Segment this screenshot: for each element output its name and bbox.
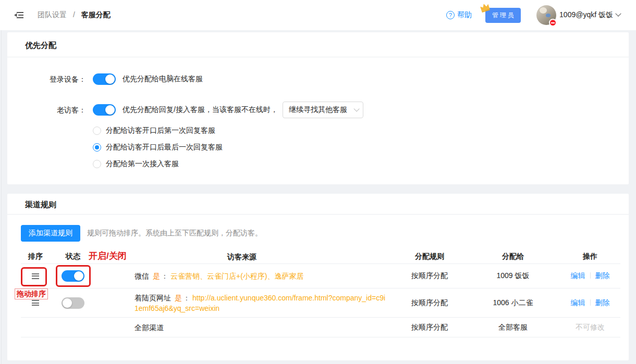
drag-handle-icon[interactable]	[32, 273, 39, 279]
table-row-wechat-rule: 微信是：云雀营销、云雀门店+(小程序)、逸萨家居 按顺序分配 1009 饭饭 编…	[21, 264, 620, 288]
fallback-strategy-value: 继续寻找其他客服	[289, 105, 347, 115]
radio-label: 分配给访客开口后最后一次回复客服	[106, 143, 223, 152]
channel-toolbar: 添加渠道规则 规则可拖动排序。系统由上至下匹配规则，分配访客。	[21, 225, 629, 242]
rule-channel: 着陆页网址	[134, 294, 171, 302]
login-device-description: 优先分配给电脑在线客服	[123, 74, 203, 84]
help-button[interactable]: ? 帮助	[446, 10, 472, 20]
channel-rules-section: 渠道规则 添加渠道规则 规则可拖动排序。系统由上至下匹配规则，分配访客。 排序 …	[7, 194, 629, 360]
channel-rules-table: 排序 状态 访客来源 分配规则 分配给 操作 微信是：云雀营销、云雀门店+(小程…	[21, 250, 620, 337]
header-sort: 排序	[21, 252, 50, 261]
breadcrumb-separator: /	[73, 10, 75, 19]
breadcrumb: 团队设置 / 客服分配	[38, 10, 111, 20]
busy-status-icon	[549, 19, 557, 27]
rule-assignment-mode: 按顺序分配	[393, 323, 466, 332]
topbar: 团队设置 / 客服分配 ? 帮助 管理员 1009@yqkf 饭饭	[0, 0, 636, 30]
admin-badge-label: 管理员	[492, 11, 516, 19]
returning-visitor-toggle[interactable]	[93, 104, 116, 116]
action-divider	[590, 272, 591, 279]
topbar-left: 团队设置 / 客服分配	[14, 10, 111, 20]
add-channel-rule-button[interactable]: 添加渠道规则	[21, 225, 80, 242]
radio-first-reply-agent[interactable]: 分配给访客开口后第一次回复客服	[93, 125, 629, 136]
rule-channel: 全部渠道	[96, 322, 393, 333]
rule-assignment-mode: 按顺序分配	[393, 298, 466, 308]
rule-source-values: 云雀营销、云雀门店+(小程序)、逸萨家居	[170, 272, 304, 280]
returning-visitor-label: 老访客：	[7, 102, 86, 118]
rule-not-editable-label: 不可修改	[560, 323, 620, 332]
help-label: 帮助	[457, 10, 472, 20]
radio-icon	[93, 160, 101, 168]
priority-allocation-section: 优先分配 登录设备： 优先分配给电脑在线客服 老访客： 优先分配给回复/接入客服…	[7, 32, 629, 184]
user-name: 1009@yqkf 饭饭	[559, 10, 613, 20]
rule-source-url: http://a.uclient.yunque360.com/frame.htm…	[134, 294, 385, 312]
edit-rule-link[interactable]: 编辑	[571, 298, 585, 307]
table-row-landing-page-rule: 着陆页网址是：http://a.uclient.yunque360.com/fr…	[21, 288, 620, 318]
question-circle-icon: ?	[446, 11, 455, 19]
breadcrumb-parent[interactable]: 团队设置	[38, 10, 67, 19]
annotation-drag-note: 拖动排序	[15, 288, 48, 299]
rule-operator: 是	[175, 294, 182, 302]
chevron-down-icon	[353, 106, 359, 111]
login-device-row: 登录设备： 优先分配给电脑在线客服	[7, 73, 629, 85]
login-device-label: 登录设备：	[7, 73, 86, 85]
rule-toggle[interactable]	[62, 297, 84, 309]
rule-source: 着陆页网址是：http://a.uclient.yunque360.com/fr…	[96, 293, 393, 313]
table-row-all-channels-rule: 全部渠道 按顺序分配 全部客服 不可修改	[21, 318, 620, 337]
rule-assignee: 全部客服	[466, 323, 560, 332]
admin-role-badge: 管理员	[485, 8, 521, 23]
header-rule: 分配规则	[393, 252, 466, 261]
customer-service-allocation-page: 团队设置 / 客服分配 ? 帮助 管理员 1009@yqkf 饭饭	[0, 0, 636, 364]
login-device-toggle[interactable]	[93, 73, 116, 85]
crown-icon	[477, 0, 493, 15]
chevron-down-icon	[615, 11, 621, 17]
avatar	[536, 5, 556, 25]
rule-source: 微信是：云雀营销、云雀门店+(小程序)、逸萨家居	[96, 271, 393, 281]
rule-operator: 是	[153, 272, 160, 280]
drag-handle-icon[interactable]	[32, 300, 39, 306]
sidebar-edge-divider	[1, 0, 2, 364]
rule-assignee: 1006 小二雀	[466, 298, 560, 308]
header-actions: 操作	[560, 252, 620, 261]
breadcrumb-current-page: 客服分配	[81, 10, 111, 19]
fallback-strategy-select[interactable]: 继续寻找其他客服	[283, 102, 363, 118]
delete-rule-link[interactable]: 删除	[595, 298, 610, 307]
action-divider	[590, 299, 591, 306]
annotation-status-note: 开启/关闭	[89, 250, 127, 262]
edit-rule-link[interactable]: 编辑	[571, 271, 585, 280]
rule-assignment-mode: 按顺序分配	[393, 271, 466, 281]
delete-rule-link[interactable]: 删除	[595, 271, 610, 280]
rule-assignee: 1009 饭饭	[466, 271, 560, 281]
topbar-right: ? 帮助 管理员 1009@yqkf 饭饭	[446, 5, 620, 25]
returning-visitor-row: 老访客： 优先分配给回复/接入客服，当该客服不在线时， 继续寻找其他客服	[7, 102, 629, 118]
rule-channel: 微信	[134, 272, 149, 280]
sidebar-collapse-icon[interactable]	[14, 10, 24, 20]
channel-section-title: 渠道规则	[7, 194, 629, 215]
returning-visitor-description: 优先分配给回复/接入客服，当该客服不在线时，	[123, 105, 278, 115]
header-assignee: 分配给	[466, 252, 560, 261]
priority-section-title: 优先分配	[7, 32, 629, 57]
channel-rules-hint: 规则可拖动排序。系统由上至下匹配规则，分配访客。	[87, 229, 262, 238]
radio-checked-icon	[93, 143, 101, 152]
radio-last-reply-agent[interactable]: 分配给访客开口后最后一次回复客服	[93, 142, 629, 153]
radio-label: 分配给访客开口后第一次回复客服	[106, 126, 215, 135]
radio-icon	[93, 127, 101, 135]
returning-visitor-options: 分配给访客开口后第一次回复客服 分配给访客开口后最后一次回复客服 分配给第一次接…	[7, 125, 629, 169]
radio-first-accept-agent[interactable]: 分配给第一次接入客服	[93, 159, 629, 169]
user-menu[interactable]: 1009@yqkf 饭饭	[536, 5, 620, 25]
rule-toggle[interactable]	[62, 270, 84, 282]
radio-label: 分配给第一次接入客服	[106, 159, 179, 169]
header-source: 访客来源	[96, 252, 393, 262]
